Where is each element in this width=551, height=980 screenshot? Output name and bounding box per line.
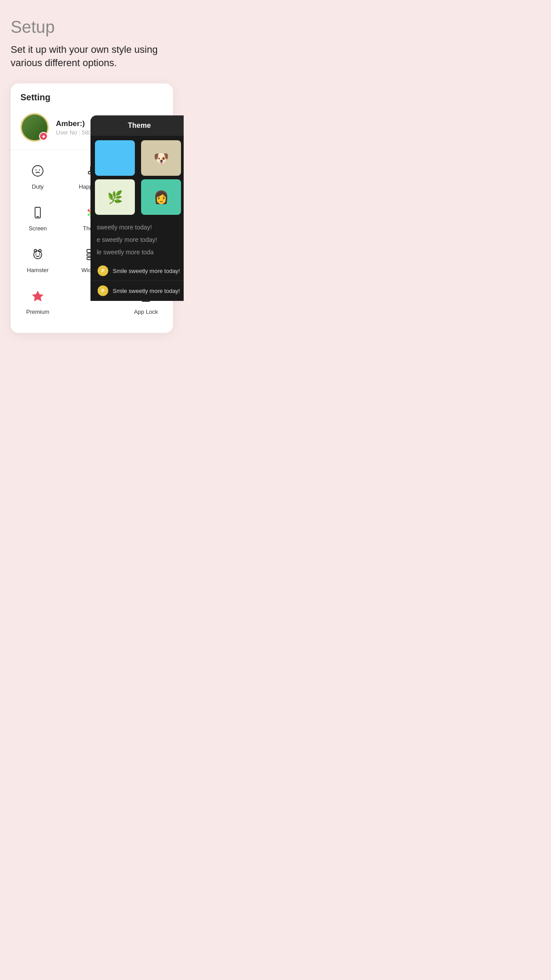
page-background: Setup Set it up with your own style usin… <box>0 0 184 351</box>
dark-text-line-1: sweetly more today! <box>97 221 182 233</box>
duty-label: Duty <box>32 183 44 190</box>
theme-grid: 🐶 🌿 👩 <box>91 136 184 219</box>
notif-badge-2: P <box>98 285 108 296</box>
screen-label: Screen <box>28 225 47 232</box>
dark-text-area: sweetly more today! e sweetly more today… <box>91 219 184 261</box>
menu-item-premium[interactable]: Premium <box>11 279 65 320</box>
dark-text-line-3: le sweetly more toda <box>97 246 182 258</box>
notification-item-1: P Smile sweetly more today! <box>91 261 184 281</box>
svg-point-1 <box>35 170 36 170</box>
theme-item-character[interactable]: 🐶 <box>141 140 181 176</box>
premium-icon <box>28 287 47 305</box>
notif-text-1: Smile sweetly more today! <box>113 268 180 274</box>
premium-label: Premium <box>26 308 49 315</box>
notification-item-2: P Smile sweetly more today! <box>91 281 184 301</box>
svg-point-27 <box>39 255 41 256</box>
applock-label: App Lock <box>134 308 158 315</box>
svg-point-25 <box>39 253 40 254</box>
svg-point-10 <box>88 209 90 212</box>
menu-item-duty[interactable]: Duty <box>11 154 65 195</box>
theme-item-plant[interactable]: 🌿 <box>95 179 135 215</box>
svg-point-26 <box>35 255 36 256</box>
svg-point-0 <box>32 166 43 176</box>
screen-icon <box>28 203 47 222</box>
svg-point-2 <box>39 170 40 170</box>
premium-badge: ◆ <box>39 132 48 141</box>
menu-item-screen[interactable]: Screen <box>11 195 65 237</box>
menu-item-hamster[interactable]: Hamster <box>11 237 65 279</box>
hamster-label: Hamster <box>27 267 48 273</box>
duty-icon <box>28 162 47 180</box>
theme-overlay-header: Theme <box>91 115 184 136</box>
notif-text-2: Smile sweetly more today! <box>113 288 180 294</box>
page-title: Setup <box>11 18 173 37</box>
notif-badge-1: P <box>98 265 108 276</box>
avatar-wrap: ◆ <box>20 113 49 142</box>
theme-item-person[interactable]: 👩 <box>141 179 181 215</box>
theme-overlay: Theme 🐶 🌿 👩 sweetly more today! e sweetl… <box>91 115 184 301</box>
theme-item-blue[interactable] <box>95 140 135 176</box>
theme-overlay-title: Theme <box>128 122 151 129</box>
page-subtitle: Set it up with your own style using vari… <box>11 43 173 69</box>
hamster-icon <box>28 245 47 264</box>
svg-marker-36 <box>32 291 43 301</box>
svg-point-12 <box>88 214 90 216</box>
dark-text-line-2: e sweetly more today! <box>97 233 182 246</box>
setting-title: Setting <box>11 92 173 109</box>
svg-point-24 <box>35 253 36 254</box>
